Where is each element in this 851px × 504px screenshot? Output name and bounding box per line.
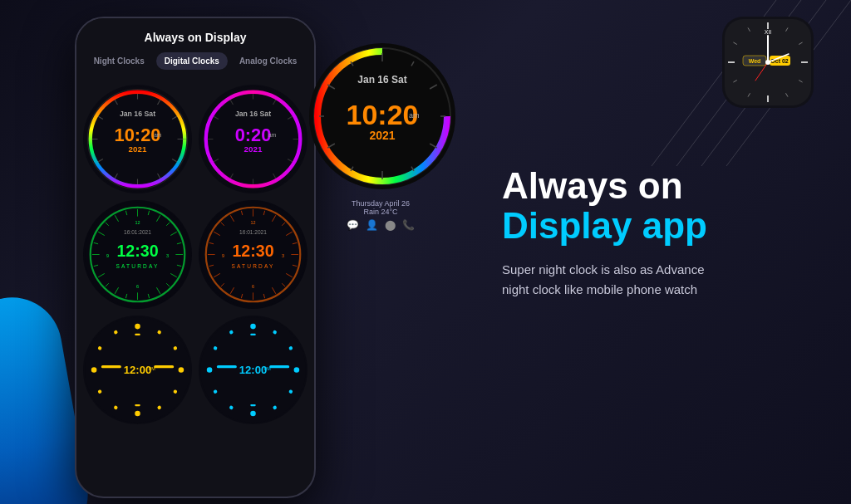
phone-weather-display: Rain 24°C <box>306 208 455 216</box>
svg-point-133 <box>250 411 256 417</box>
svg-rect-121 <box>154 365 174 368</box>
svg-text:12:30: 12:30 <box>116 242 158 260</box>
svg-text:Jan 16 Sat: Jan 16 Sat <box>357 74 406 86</box>
svg-text:PM: PM <box>264 366 272 371</box>
svg-text:2021: 2021 <box>129 144 147 154</box>
svg-text:2021: 2021 <box>369 129 395 142</box>
large-clock-display: Jan 16 Sat 10:20 am 2021 <box>307 42 457 191</box>
clock-digital-orange[interactable]: 12 3 6 9 16:01:2021 12:30 SATURDAY <box>199 200 307 309</box>
svg-text:6: 6 <box>136 284 139 289</box>
svg-text:12:00: 12:00 <box>124 364 152 376</box>
dot-icon: ⬤ <box>385 219 396 231</box>
svg-text:PM: PM <box>149 366 156 371</box>
svg-point-117 <box>91 367 97 373</box>
clock-rainbow-1[interactable]: Jan 16 Sat 10:20 am 2021 <box>83 85 192 193</box>
svg-point-111 <box>179 367 184 373</box>
svg-text:3: 3 <box>166 253 169 258</box>
svg-text:Jan 16 Sat: Jan 16 Sat <box>235 110 271 118</box>
svg-point-108 <box>135 324 140 330</box>
right-text-content: Always on Display app Super night clock … <box>502 166 809 300</box>
svg-text:12: 12 <box>250 220 255 225</box>
app-description: Super night clock is also as Advancenigh… <box>502 260 776 300</box>
svg-text:12: 12 <box>135 220 140 225</box>
status-icons-row: 💬 👤 ⬤ 📞 <box>306 219 455 231</box>
phone-icon: 📞 <box>402 219 415 231</box>
svg-text:12:30: 12:30 <box>232 242 273 260</box>
svg-text:16:01:2021: 16:01:2021 <box>124 229 151 235</box>
svg-rect-122 <box>135 334 140 335</box>
tab-digital-clocks[interactable]: Digital Clocks <box>156 52 228 70</box>
clock-minimal-cyan[interactable]: 12:00 PM <box>199 316 307 424</box>
svg-text:XII: XII <box>765 29 772 35</box>
svg-text:Oct 02: Oct 02 <box>770 58 789 64</box>
svg-point-114 <box>135 411 140 417</box>
watch-face-widget: XII Wed Oct 02 <box>718 12 818 112</box>
svg-point-186 <box>765 60 770 65</box>
svg-text:2021: 2021 <box>244 144 263 154</box>
svg-text:Wed: Wed <box>749 58 761 64</box>
svg-text:0:20: 0:20 <box>235 125 272 145</box>
clock-digital-green[interactable]: 12 3 6 9 16:01:2021 12:30 SATURDAY <box>83 200 192 309</box>
tabs-row: Night Clocks Digital Clocks Analog Clock… <box>85 52 306 70</box>
svg-text:SATURDAY: SATURDAY <box>231 263 274 269</box>
svg-rect-142 <box>250 404 256 406</box>
phone-app-title: Always on Display <box>85 31 306 44</box>
svg-text:SATURDAY: SATURDAY <box>116 263 159 269</box>
phone-mockup: Always on Display Night Clocks Digital C… <box>75 17 316 498</box>
phone-header: Always on Display Night Clocks Digital C… <box>76 18 314 78</box>
svg-rect-120 <box>101 365 121 368</box>
svg-text:16:01:2021: 16:01:2021 <box>239 229 267 235</box>
svg-text:12:00: 12:00 <box>239 364 268 376</box>
tab-analog-clocks[interactable]: Analog Clocks <box>231 52 305 70</box>
svg-text:9: 9 <box>222 253 224 258</box>
contacts-icon: 👤 <box>366 219 378 231</box>
app-title-line1: Always on <box>502 166 809 206</box>
svg-point-130 <box>294 367 300 373</box>
clock-minimal-yellow[interactable]: 12:00 PM <box>83 316 192 424</box>
phone-date-display: Thursday April 26 <box>306 199 455 208</box>
svg-text:Jan 16 Sat: Jan 16 Sat <box>120 110 155 118</box>
svg-text:am: am <box>154 132 162 138</box>
svg-text:9: 9 <box>106 253 109 258</box>
svg-point-127 <box>250 324 256 330</box>
wechat-icon: 💬 <box>347 219 359 231</box>
app-title-line2: Display app <box>502 206 809 246</box>
svg-text:am: am <box>268 132 277 138</box>
svg-rect-139 <box>217 365 237 368</box>
svg-text:3: 3 <box>282 253 284 258</box>
svg-point-136 <box>207 367 213 373</box>
svg-text:10:20: 10:20 <box>347 99 419 130</box>
svg-rect-141 <box>250 334 256 335</box>
svg-text:6: 6 <box>252 284 254 289</box>
svg-rect-140 <box>269 365 289 368</box>
clock-grid: Jan 16 Sat 10:20 am 2021 <box>76 78 314 431</box>
tab-night-clocks[interactable]: Night Clocks <box>86 52 153 70</box>
svg-rect-123 <box>135 404 140 406</box>
phone-info-section: Thursday April 26 Rain 24°C 💬 👤 ⬤ 📞 <box>306 199 455 231</box>
svg-text:am: am <box>409 111 420 120</box>
clock-rainbow-2[interactable]: Jan 16 Sat 0:20 am 2021 <box>199 85 307 193</box>
